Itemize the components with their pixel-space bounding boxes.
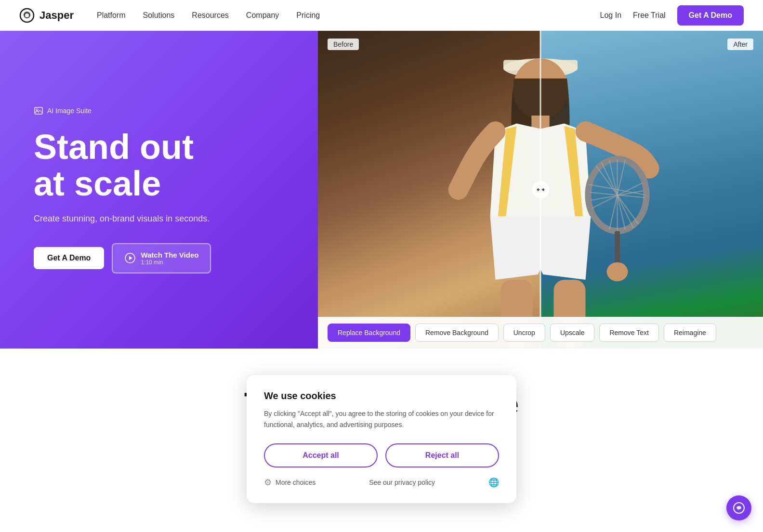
uncrop-button[interactable]: Uncrop xyxy=(503,324,545,342)
chat-widget[interactable] xyxy=(726,495,751,520)
cookie-text: By clicking "Accept all", you agree to t… xyxy=(264,408,499,430)
replace-background-button[interactable]: Replace Background xyxy=(328,324,410,342)
accept-cookies-button[interactable]: Accept all xyxy=(264,443,378,467)
nav-links: Platform Solutions Resources Company Pri… xyxy=(97,11,320,20)
hero-right-panel: Before After Replace Background Remove B… xyxy=(318,31,763,349)
language-icon[interactable]: 🌐 xyxy=(488,477,499,488)
navbar: Jasper Platform Solutions Resources Comp… xyxy=(0,0,763,31)
logo[interactable]: Jasper xyxy=(19,8,74,23)
get-demo-hero-button[interactable]: Get A Demo xyxy=(34,247,104,269)
comparison-divider[interactable] xyxy=(540,31,541,349)
navbar-right: Log In Free Trial Get A Demo xyxy=(600,5,744,26)
hero-subtitle: Create stunning, on-brand visuals in sec… xyxy=(34,214,284,224)
hero-title: Stand out at scale xyxy=(34,129,284,202)
nav-platform[interactable]: Platform xyxy=(97,11,126,20)
cookie-buttons: Accept all Reject all xyxy=(264,443,499,467)
after-label: After xyxy=(727,39,753,50)
image-toolbar: Replace Background Remove Background Unc… xyxy=(318,317,763,349)
upscale-button[interactable]: Upscale xyxy=(550,324,595,342)
free-trial-button[interactable]: Free Trial xyxy=(633,11,666,20)
nav-resources[interactable]: Resources xyxy=(192,11,228,20)
before-label: Before xyxy=(328,39,359,50)
navbar-left: Jasper Platform Solutions Resources Comp… xyxy=(19,8,320,23)
brand-name: Jasper xyxy=(39,9,74,22)
get-demo-nav-button[interactable]: Get A Demo xyxy=(677,5,744,26)
divider-handle[interactable] xyxy=(532,181,549,198)
svg-marker-5 xyxy=(129,256,132,260)
cookie-title: We use cookies xyxy=(264,390,499,402)
video-text: Watch The Video 1:10 min xyxy=(141,251,198,266)
remove-background-button[interactable]: Remove Background xyxy=(415,324,499,342)
chat-icon xyxy=(733,502,745,514)
badge-label: AI Image Suite xyxy=(47,107,92,115)
hero-section: AI Image Suite Stand out at scale Create… xyxy=(0,31,763,349)
nav-company[interactable]: Company xyxy=(246,11,279,20)
image-suite-icon xyxy=(34,106,43,116)
handle-arrows-icon xyxy=(536,185,545,195)
svg-point-1 xyxy=(25,13,29,17)
reimagine-button[interactable]: Reimagine xyxy=(664,324,716,342)
cookie-banner: We use cookies By clicking "Accept all",… xyxy=(247,375,516,503)
svg-rect-2 xyxy=(35,107,42,114)
hero-left-panel: AI Image Suite Stand out at scale Create… xyxy=(0,31,318,349)
ai-badge: AI Image Suite xyxy=(34,106,284,116)
play-icon xyxy=(124,252,136,264)
remove-text-button[interactable]: Remove Text xyxy=(599,324,658,342)
watch-video-button[interactable]: Watch The Video 1:10 min xyxy=(112,243,211,273)
privacy-policy-link[interactable]: See our privacy policy xyxy=(369,479,435,486)
jasper-logo-icon xyxy=(19,8,35,23)
nav-solutions[interactable]: Solutions xyxy=(143,11,175,20)
svg-point-21 xyxy=(607,262,628,282)
cookie-footer-left: ⚙ More choices xyxy=(264,477,316,488)
nav-pricing[interactable]: Pricing xyxy=(296,11,320,20)
hero-buttons: Get A Demo Watch The Video 1:10 min xyxy=(34,243,284,273)
cookie-footer: ⚙ More choices See our privacy policy 🌐 xyxy=(264,477,499,488)
reject-cookies-button[interactable]: Reject all xyxy=(385,443,499,467)
svg-point-3 xyxy=(36,109,38,111)
login-button[interactable]: Log In xyxy=(600,11,621,20)
more-choices-link[interactable]: More choices xyxy=(276,479,316,486)
svg-line-19 xyxy=(592,183,642,208)
settings-icon: ⚙ xyxy=(264,477,272,488)
comparison-container: Before After xyxy=(318,31,763,349)
